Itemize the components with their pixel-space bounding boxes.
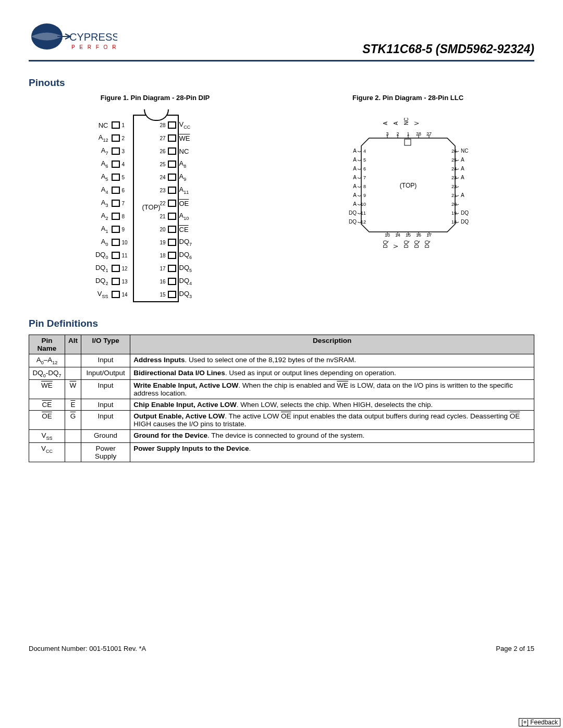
svg-text:21: 21 xyxy=(451,193,457,198)
dip-pin-row: DQ01118DQ6 xyxy=(77,249,234,262)
svg-text:DQ6: DQ6 xyxy=(461,219,469,225)
dip-pin-row: VSS1415DQ3 xyxy=(77,288,234,301)
svg-text:CYPRESS: CYPRESS xyxy=(69,31,117,43)
svg-rect-3 xyxy=(405,139,411,145)
col-alt: Alt xyxy=(65,335,81,354)
figure-2-caption: Figure 2. Pin Diagram - 28-Pin LLC xyxy=(282,94,534,102)
cypress-logo: CYPRESS P E R F O R M xyxy=(29,21,117,57)
col-pin-name: Pin Name xyxy=(29,335,65,354)
svg-text:11: 11 xyxy=(360,211,365,216)
svg-text:DQ5: DQ5 xyxy=(424,240,430,248)
svg-text:10: 10 xyxy=(360,202,365,207)
svg-text:22: 22 xyxy=(451,184,457,189)
svg-text:P E R F O R M: P E R F O R M xyxy=(71,44,117,50)
col-io-type: I/O Type xyxy=(81,335,130,354)
table-row: VSSGroundGround for the Device. The devi… xyxy=(29,430,534,443)
svg-text:A6: A6 xyxy=(353,148,357,154)
pin-definitions-table: Pin Name Alt I/O Type Description A0–A12… xyxy=(29,335,534,462)
dip-pin-row: A01019DQ7 xyxy=(77,236,234,249)
dip-pin-row: A2821A10 xyxy=(77,210,234,223)
col-description: Description xyxy=(130,335,534,354)
svg-text:A7: A7 xyxy=(383,121,388,125)
svg-text:A11: A11 xyxy=(461,175,464,180)
svg-text:7: 7 xyxy=(363,175,365,180)
table-row: VCCPower SupplyPower Supply Inputs to th… xyxy=(29,443,534,462)
svg-text:9: 9 xyxy=(363,193,365,198)
dip-pin-row: A4623A11 xyxy=(77,184,234,196)
svg-text:DQ1: DQ1 xyxy=(349,219,357,225)
doc-number: Document Number: 001-51001 Rev. *A xyxy=(29,645,146,652)
section-pin-definitions: Pin Definitions xyxy=(29,318,534,329)
svg-text:NC: NC xyxy=(403,118,409,125)
page-footer: Document Number: 001-51001 Rev. *A Page … xyxy=(29,645,534,652)
svg-text:A8: A8 xyxy=(461,157,464,163)
table-row: DQ0-DQ7Input/OutputBidirectional Data I/… xyxy=(29,367,534,380)
dip-pin-row: A5524A9 xyxy=(77,171,234,183)
dip-pin-row: A1920CE xyxy=(77,223,234,236)
figure-2: Figure 2. Pin Diagram - 28-Pin LLC (TOP)… xyxy=(282,94,534,307)
svg-text:A2: A2 xyxy=(353,183,357,189)
svg-text:DQ7: DQ7 xyxy=(461,210,469,216)
svg-text:19: 19 xyxy=(451,211,457,216)
svg-text:NC: NC xyxy=(461,148,468,154)
dip-diagram: (TOP) NC128VCCA12227WEA7326NCA6425A8A552… xyxy=(77,115,234,307)
table-row: A0–A12InputAddress Inputs. Used to selec… xyxy=(29,354,534,367)
svg-text:A1: A1 xyxy=(353,192,357,198)
svg-text:DQ4: DQ4 xyxy=(414,240,420,248)
svg-text:DQ3: DQ3 xyxy=(403,240,409,248)
dip-pin-row: A3722OE xyxy=(77,197,234,209)
svg-text:8: 8 xyxy=(363,184,365,189)
svg-text:A3: A3 xyxy=(353,175,357,180)
page-header: CYPRESS P E R F O R M STK11C68-5 (SMD596… xyxy=(29,21,534,61)
table-row: WEWInputWrite Enable Input, Active LOW. … xyxy=(29,380,534,399)
svg-text:6: 6 xyxy=(363,166,365,171)
svg-text:A0: A0 xyxy=(353,201,357,207)
section-pinouts: Pinouts xyxy=(29,77,534,89)
svg-text:(TOP): (TOP) xyxy=(399,182,416,189)
svg-text:18: 18 xyxy=(451,219,457,225)
svg-text:26: 26 xyxy=(451,149,457,154)
svg-text:24: 24 xyxy=(451,166,457,171)
page-number: Page 2 of 15 xyxy=(496,645,534,652)
dip-pin-row: A12227WE xyxy=(77,132,234,144)
svg-text:A4: A4 xyxy=(353,166,357,171)
dip-pin-row: NC128VCC xyxy=(77,119,234,131)
dip-pin-row: A7326NC xyxy=(77,145,234,157)
figure-1: Figure 1. Pin Diagram - 28-Pin DIP (TOP)… xyxy=(29,94,282,307)
svg-text:VSS: VSS xyxy=(393,244,399,248)
svg-text:DQ0: DQ0 xyxy=(349,210,357,216)
svg-text:A5: A5 xyxy=(353,157,357,163)
part-number: STK11C68-5 (SMD5962-92324) xyxy=(362,42,534,57)
svg-text:4: 4 xyxy=(363,149,365,154)
svg-text:23: 23 xyxy=(451,175,457,180)
svg-text:5: 5 xyxy=(363,157,365,163)
dip-pin-row: A6425A8 xyxy=(77,158,234,170)
svg-text:DQ2: DQ2 xyxy=(383,240,388,248)
table-header-row: Pin Name Alt I/O Type Description xyxy=(29,335,534,354)
svg-text:A9: A9 xyxy=(461,166,464,171)
svg-text:25: 25 xyxy=(451,157,457,163)
dip-pin-row: DQ21316DQ4 xyxy=(77,275,234,288)
table-row: OEGInputOutput Enable, Active LOW. The a… xyxy=(29,411,534,430)
svg-text:VCC: VCC xyxy=(414,121,420,125)
svg-text:A12: A12 xyxy=(393,121,399,125)
svg-text:20: 20 xyxy=(451,202,457,207)
svg-text:A10: A10 xyxy=(461,192,464,198)
dip-pin-row: DQ11217DQ5 xyxy=(77,262,234,275)
figure-1-caption: Figure 1. Pin Diagram - 28-Pin DIP xyxy=(29,94,282,102)
table-row: CEEInputChip Enable Input, Active LOW. W… xyxy=(29,399,534,411)
llc-diagram: (TOP) 3A72A121NC28VCC27WEA64A55A46A37A28… xyxy=(333,115,484,250)
svg-text:12: 12 xyxy=(360,219,365,225)
